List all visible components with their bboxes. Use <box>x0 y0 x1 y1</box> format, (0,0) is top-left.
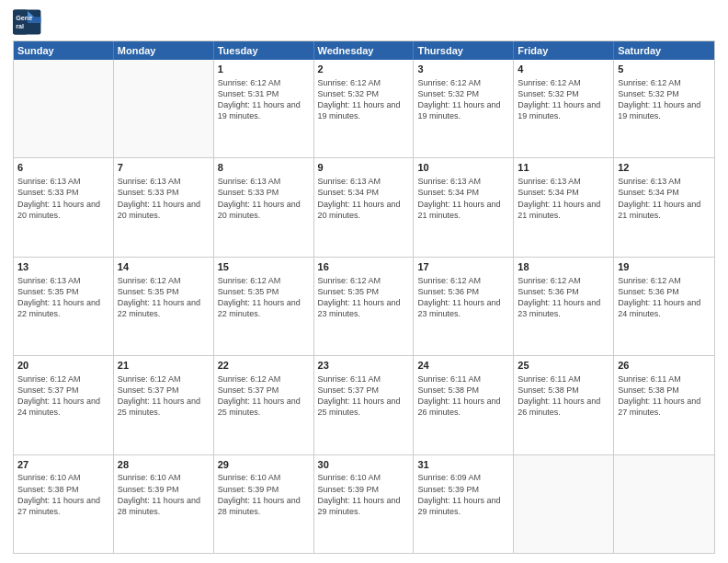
day-info: Sunrise: 6:10 AM Sunset: 5:39 PM Dayligh… <box>218 472 310 517</box>
day-info: Sunrise: 6:12 AM Sunset: 5:36 PM Dayligh… <box>518 275 609 320</box>
calendar-cell: 27Sunrise: 6:10 AM Sunset: 5:38 PM Dayli… <box>14 455 114 553</box>
day-info: Sunrise: 6:10 AM Sunset: 5:39 PM Dayligh… <box>318 472 410 517</box>
day-number: 18 <box>518 260 609 274</box>
calendar-cell: 13Sunrise: 6:13 AM Sunset: 5:35 PM Dayli… <box>14 258 114 355</box>
day-number: 8 <box>218 161 310 175</box>
calendar-cell: 28Sunrise: 6:10 AM Sunset: 5:39 PM Dayli… <box>114 455 214 553</box>
day-info: Sunrise: 6:12 AM Sunset: 5:32 PM Dayligh… <box>518 77 609 122</box>
day-info: Sunrise: 6:12 AM Sunset: 5:31 PM Dayligh… <box>218 77 310 122</box>
calendar-cell: 12Sunrise: 6:13 AM Sunset: 5:34 PM Dayli… <box>614 158 714 256</box>
day-number: 6 <box>17 161 109 175</box>
day-number: 11 <box>518 161 609 175</box>
calendar-cell: 31Sunrise: 6:09 AM Sunset: 5:39 PM Dayli… <box>414 455 514 553</box>
day-info: Sunrise: 6:13 AM Sunset: 5:33 PM Dayligh… <box>118 176 210 221</box>
day-info: Sunrise: 6:13 AM Sunset: 5:34 PM Dayligh… <box>518 176 609 221</box>
calendar-cell: 10Sunrise: 6:13 AM Sunset: 5:34 PM Dayli… <box>414 158 514 256</box>
day-info: Sunrise: 6:13 AM Sunset: 5:34 PM Dayligh… <box>618 176 711 221</box>
calendar-cell: 20Sunrise: 6:12 AM Sunset: 5:37 PM Dayli… <box>14 356 114 454</box>
day-info: Sunrise: 6:13 AM Sunset: 5:33 PM Dayligh… <box>17 176 109 221</box>
day-info: Sunrise: 6:10 AM Sunset: 5:39 PM Dayligh… <box>118 472 210 517</box>
calendar-cell: 30Sunrise: 6:10 AM Sunset: 5:39 PM Dayli… <box>314 455 415 553</box>
weekday-header: Tuesday <box>214 41 314 60</box>
day-number: 19 <box>618 260 711 274</box>
day-number: 26 <box>618 359 711 373</box>
calendar-row: 13Sunrise: 6:13 AM Sunset: 5:35 PM Dayli… <box>14 257 714 355</box>
day-number: 1 <box>218 63 310 76</box>
calendar-cell: 2Sunrise: 6:12 AM Sunset: 5:32 PM Daylig… <box>314 60 415 157</box>
calendar-cell: 25Sunrise: 6:11 AM Sunset: 5:38 PM Dayli… <box>514 356 614 454</box>
calendar-row: 1Sunrise: 6:12 AM Sunset: 5:31 PM Daylig… <box>14 60 714 157</box>
day-info: Sunrise: 6:12 AM Sunset: 5:36 PM Dayligh… <box>417 275 509 320</box>
calendar-cell: 17Sunrise: 6:12 AM Sunset: 5:36 PM Dayli… <box>414 258 514 355</box>
calendar-cell: 4Sunrise: 6:12 AM Sunset: 5:32 PM Daylig… <box>514 60 614 157</box>
day-info: Sunrise: 6:13 AM Sunset: 5:34 PM Dayligh… <box>417 176 509 221</box>
day-number: 25 <box>518 359 609 373</box>
calendar-cell: 6Sunrise: 6:13 AM Sunset: 5:33 PM Daylig… <box>14 158 114 256</box>
calendar-cell: 9Sunrise: 6:13 AM Sunset: 5:34 PM Daylig… <box>314 158 415 256</box>
calendar-row: 6Sunrise: 6:13 AM Sunset: 5:33 PM Daylig… <box>14 157 714 256</box>
day-info: Sunrise: 6:11 AM Sunset: 5:37 PM Dayligh… <box>318 373 410 419</box>
calendar-cell <box>614 455 714 553</box>
day-number: 10 <box>417 161 509 175</box>
logo-icon: Gene ral <box>13 9 42 35</box>
day-info: Sunrise: 6:12 AM Sunset: 5:36 PM Dayligh… <box>618 275 711 320</box>
day-number: 5 <box>618 63 711 76</box>
calendar-cell: 18Sunrise: 6:12 AM Sunset: 5:36 PM Dayli… <box>514 258 614 355</box>
day-number: 12 <box>618 161 711 175</box>
day-info: Sunrise: 6:12 AM Sunset: 5:35 PM Dayligh… <box>118 275 210 320</box>
day-info: Sunrise: 6:12 AM Sunset: 5:35 PM Dayligh… <box>218 275 310 320</box>
calendar-cell: 16Sunrise: 6:12 AM Sunset: 5:35 PM Dayli… <box>314 258 415 355</box>
weekday-header: Thursday <box>414 41 514 60</box>
day-number: 20 <box>17 359 109 373</box>
day-number: 21 <box>118 359 210 373</box>
calendar-cell: 5Sunrise: 6:12 AM Sunset: 5:32 PM Daylig… <box>614 60 714 157</box>
weekday-header: Saturday <box>614 41 714 60</box>
svg-text:ral: ral <box>16 22 24 30</box>
calendar-cell: 24Sunrise: 6:11 AM Sunset: 5:38 PM Dayli… <box>414 356 514 454</box>
day-info: Sunrise: 6:12 AM Sunset: 5:37 PM Dayligh… <box>118 373 210 419</box>
day-info: Sunrise: 6:09 AM Sunset: 5:39 PM Dayligh… <box>417 472 509 517</box>
day-number: 28 <box>118 458 210 472</box>
day-number: 9 <box>318 161 410 175</box>
day-info: Sunrise: 6:13 AM Sunset: 5:35 PM Dayligh… <box>17 275 109 320</box>
weekday-header: Monday <box>114 41 214 60</box>
calendar-header: SundayMondayTuesdayWednesdayThursdayFrid… <box>14 41 714 60</box>
calendar-body: 1Sunrise: 6:12 AM Sunset: 5:31 PM Daylig… <box>14 60 714 553</box>
weekday-header: Wednesday <box>314 41 415 60</box>
calendar-cell <box>14 60 114 157</box>
day-number: 2 <box>318 63 410 76</box>
calendar-row: 20Sunrise: 6:12 AM Sunset: 5:37 PM Dayli… <box>14 355 714 454</box>
day-info: Sunrise: 6:12 AM Sunset: 5:37 PM Dayligh… <box>17 373 109 419</box>
day-info: Sunrise: 6:12 AM Sunset: 5:32 PM Dayligh… <box>417 77 509 122</box>
day-info: Sunrise: 6:11 AM Sunset: 5:38 PM Dayligh… <box>618 373 711 419</box>
day-info: Sunrise: 6:13 AM Sunset: 5:34 PM Dayligh… <box>318 176 410 221</box>
calendar-cell: 22Sunrise: 6:12 AM Sunset: 5:37 PM Dayli… <box>214 356 314 454</box>
calendar-cell: 19Sunrise: 6:12 AM Sunset: 5:36 PM Dayli… <box>614 258 714 355</box>
day-info: Sunrise: 6:12 AM Sunset: 5:35 PM Dayligh… <box>318 275 410 320</box>
day-number: 24 <box>417 359 509 373</box>
header: Gene ral <box>13 9 715 35</box>
calendar-cell: 26Sunrise: 6:11 AM Sunset: 5:38 PM Dayli… <box>614 356 714 454</box>
day-number: 13 <box>17 260 109 274</box>
day-info: Sunrise: 6:12 AM Sunset: 5:32 PM Dayligh… <box>618 77 711 122</box>
calendar-cell <box>514 455 614 553</box>
calendar-cell: 1Sunrise: 6:12 AM Sunset: 5:31 PM Daylig… <box>214 60 314 157</box>
calendar-row: 27Sunrise: 6:10 AM Sunset: 5:38 PM Dayli… <box>14 454 714 553</box>
day-info: Sunrise: 6:10 AM Sunset: 5:38 PM Dayligh… <box>17 472 109 517</box>
day-number: 4 <box>518 63 609 76</box>
weekday-header: Friday <box>514 41 614 60</box>
calendar-cell: 14Sunrise: 6:12 AM Sunset: 5:35 PM Dayli… <box>114 258 214 355</box>
calendar-cell: 29Sunrise: 6:10 AM Sunset: 5:39 PM Dayli… <box>214 455 314 553</box>
calendar-cell: 3Sunrise: 6:12 AM Sunset: 5:32 PM Daylig… <box>414 60 514 157</box>
day-number: 16 <box>318 260 410 274</box>
day-info: Sunrise: 6:11 AM Sunset: 5:38 PM Dayligh… <box>518 373 609 419</box>
calendar-cell: 15Sunrise: 6:12 AM Sunset: 5:35 PM Dayli… <box>214 258 314 355</box>
day-number: 15 <box>218 260 310 274</box>
logo: Gene ral <box>13 9 46 35</box>
calendar-cell: 7Sunrise: 6:13 AM Sunset: 5:33 PM Daylig… <box>114 158 214 256</box>
page: Gene ral SundayMondayTuesdayWednesdayThu… <box>0 0 728 563</box>
day-number: 14 <box>118 260 210 274</box>
day-number: 27 <box>17 458 109 472</box>
day-info: Sunrise: 6:12 AM Sunset: 5:37 PM Dayligh… <box>218 373 310 419</box>
calendar-cell <box>114 60 214 157</box>
